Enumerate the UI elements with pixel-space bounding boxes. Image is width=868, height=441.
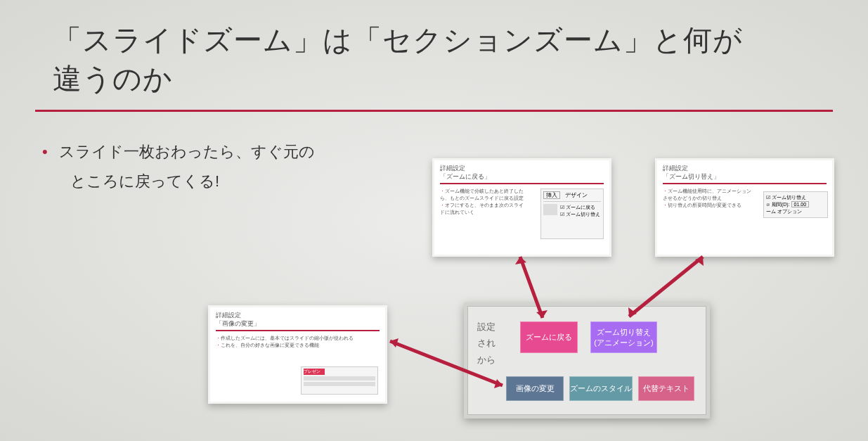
thumb-top-icon: [543, 204, 557, 215]
central-side: 設定 され から: [477, 319, 495, 368]
tile-image-change[interactable]: 画像の変更: [506, 376, 564, 401]
thumb-left-badge: プレゼン: [304, 369, 325, 375]
thumb-top-ribbon: 挿入 デザイン ☑ ズームに戻る ☑ ズーム切り替え: [540, 188, 604, 239]
tile-return[interactable]: ズームに戻る: [520, 321, 578, 353]
tile-transition[interactable]: ズーム切り替え(アニメーション): [590, 321, 657, 353]
thumb-top-hdr1: 詳細設定: [440, 165, 604, 173]
thumb-right-hdr1: 詳細設定: [663, 165, 827, 173]
thumb-right-opt2: ⊙ 期間(D): 01.00: [766, 201, 825, 208]
thumb-left-hdr2: 「画像の変更」: [216, 320, 380, 328]
title-rule: [35, 110, 833, 112]
svg-marker-1: [515, 257, 526, 264]
title-line2: 違うのか: [53, 63, 173, 95]
thumb-top-b2: オフにすると、そのまま次のスライドに流れていく: [440, 202, 524, 216]
thumb-right-b2: 切り替えの所要時間が変更できる: [663, 202, 754, 209]
thumb-left-hdr1: 詳細設定: [216, 312, 380, 320]
thumb-right-ribbon: ☑ ズーム切り替え ⊙ 期間(D): 01.00 ーム オプション: [763, 191, 828, 218]
thumb-top-rule: [440, 183, 604, 184]
thumb-top-chk1: ☑ ズームに戻る: [560, 204, 600, 211]
thumb-left-rule: [216, 330, 380, 331]
thumb-top-chk2: ☑ ズーム切り替え: [560, 211, 600, 218]
central-panel: 設定 され から ズームに戻る ズーム切り替え(アニメーション) 画像の変更 ズ…: [464, 302, 710, 418]
thumb-right-hdr2: 「ズーム切り替え」: [663, 173, 827, 181]
thumb-top-tab2: デザイン: [563, 192, 590, 198]
bullet-line1: スライド一枚おわったら、すぐ元の: [59, 143, 315, 160]
thumb-right-opt3: ーム オプション: [766, 208, 825, 215]
thumb-top-tab1: 挿入: [543, 191, 560, 199]
central-side2: され: [477, 335, 495, 351]
central-side1: 設定: [477, 319, 495, 335]
tile-alt-text[interactable]: 代替テキスト: [638, 376, 694, 401]
thumb-left-line: [304, 376, 375, 381]
thumb-right-rule: [663, 183, 827, 184]
thumb-left-ribbon: プレゼン: [301, 366, 378, 395]
thumb-right-opt1: ☑ ズーム切り替え: [766, 194, 825, 201]
thumb-transition: 詳細設定 「ズーム切り替え」 ズーム機能使用時に、アニメーションさせるかどうかの…: [655, 158, 834, 257]
thumb-left-b2: これを、自分の好きな画像に変更できる機能: [216, 342, 380, 349]
thumb-image-change: 詳細設定 「画像の変更」 作成したズームには、基本ではスライドの縮小版が使われる…: [208, 305, 387, 404]
central-side3: から: [477, 352, 495, 368]
thumb-left-line2: [304, 382, 375, 386]
svg-marker-4: [695, 257, 704, 266]
tile-zoom-style[interactable]: ズームのスタイル: [569, 376, 633, 401]
thumb-return: 詳細設定 「ズームに戻る」 ズーム機能で分岐したあと終了したら、もとのズームスラ…: [432, 158, 611, 257]
svg-marker-7: [390, 338, 399, 347]
thumb-left-b1: 作成したズームには、基本ではスライドの縮小版が使われる: [216, 335, 380, 342]
thumb-top-hdr2: 「ズームに戻る」: [440, 173, 604, 181]
bullet-text: スライド一枚おわったら、すぐ元の ところに戻ってくる!: [42, 137, 315, 196]
thumb-top-b1: ズーム機能で分岐したあと終了したら、もとのズームスライドに戻る設定: [440, 188, 524, 202]
title-line1: 「スライドズーム」は「セクションズーム」と何が: [53, 24, 743, 56]
bullet-line2: ところに戻ってくる!: [70, 172, 219, 190]
thumb-right-b1: ズーム機能使用時に、アニメーションさせるかどうかの切り替え: [663, 188, 754, 202]
slide-title: 「スライドズーム」は「セクションズーム」と何が 違うのか: [53, 21, 826, 99]
